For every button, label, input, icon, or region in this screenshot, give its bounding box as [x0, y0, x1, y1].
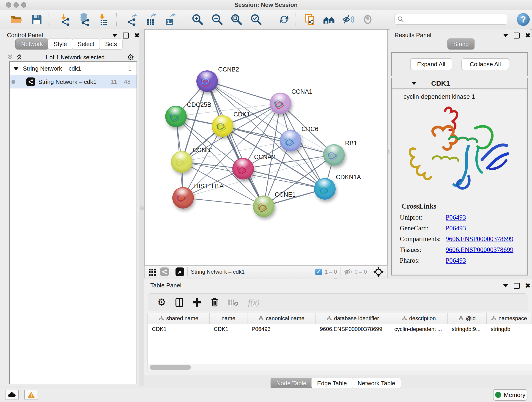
- panel-menu-icon[interactable]: [112, 34, 117, 37]
- expand-all-button[interactable]: Expand All: [410, 58, 452, 70]
- node-HIST1H1A[interactable]: [172, 187, 194, 209]
- column-header[interactable]: namespace: [487, 313, 532, 324]
- column-header[interactable]: description: [390, 313, 448, 324]
- panel-menu-icon[interactable]: [503, 284, 508, 287]
- node-RB1[interactable]: [323, 144, 345, 166]
- panel-float-icon[interactable]: [514, 32, 520, 38]
- tab-string[interactable]: String: [447, 38, 475, 50]
- table-hscrollbar[interactable]: [147, 364, 532, 371]
- node-CDC25B[interactable]: [165, 106, 187, 127]
- export-image-button[interactable]: [163, 13, 176, 26]
- birdseye-view-icon[interactable]: [176, 268, 184, 276]
- column-header[interactable]: shared name: [148, 313, 210, 324]
- fit-content-icon[interactable]: [373, 267, 384, 277]
- collapse-all-icon[interactable]: [7, 54, 13, 61]
- column-header[interactable]: @id: [448, 313, 487, 324]
- scrollbar-thumb[interactable]: [150, 365, 191, 370]
- table-cell[interactable]: cyclin-dependent ...: [390, 324, 448, 334]
- tab-network-table[interactable]: Network Table: [352, 378, 401, 389]
- section-collapse-icon[interactable]: [412, 82, 417, 85]
- panel-close-icon[interactable]: ✖: [525, 33, 530, 38]
- node-CDKN1A[interactable]: [314, 178, 336, 200]
- collection-expand-icon[interactable]: [13, 67, 19, 70]
- crosslink-link[interactable]: 9606.ENSP00000378699: [446, 246, 513, 253]
- import-network-database-button[interactable]: [78, 13, 91, 26]
- tab-network[interactable]: Network: [15, 38, 49, 50]
- import-network-file-button[interactable]: [59, 13, 71, 26]
- panel-float-icon[interactable]: [514, 283, 520, 289]
- export-network-button[interactable]: [125, 13, 138, 26]
- panel-float-icon[interactable]: [123, 32, 129, 38]
- gear-icon[interactable]: ⚙: [127, 54, 134, 61]
- show-columns-icon[interactable]: [175, 298, 184, 307]
- sphere-gloss: [326, 145, 340, 155]
- results-node-section: CDK1 cyclin-dependent kinase 1: [391, 78, 528, 275]
- open-session-button[interactable]: [10, 13, 23, 26]
- selected-checkbox-icon[interactable]: ✓: [315, 269, 322, 275]
- column-header[interactable]: canonical name: [247, 313, 316, 324]
- warnings-button[interactable]: [24, 390, 38, 400]
- show-all-button-disabled[interactable]: [362, 13, 375, 26]
- add-column-icon[interactable]: [193, 298, 201, 307]
- first-neighbors-button[interactable]: [323, 13, 336, 26]
- node-CCNA2[interactable]: [232, 158, 254, 179]
- import-table-button[interactable]: [97, 13, 110, 26]
- delete-column-icon[interactable]: [210, 298, 219, 307]
- collapse-all-button[interactable]: Collapse All: [462, 58, 509, 70]
- column-header[interactable]: name: [210, 313, 247, 324]
- table-settings-gear-icon[interactable]: ⚙: [157, 298, 166, 307]
- node-CCNE1[interactable]: [253, 196, 274, 217]
- cloud-status-button[interactable]: [5, 390, 19, 400]
- table-cell[interactable]: CDK1: [148, 324, 210, 334]
- zoom-fit-button[interactable]: [230, 13, 243, 26]
- tab-style[interactable]: Style: [48, 38, 73, 50]
- zoom-out-button[interactable]: [211, 13, 224, 26]
- network-row-selected[interactable]: String Network – cdk1 11 48: [10, 75, 137, 89]
- network-view[interactable]: CCNB2CCNA1CDC25BCDK1CDC6RB1CCNB1CCNA2CDK…: [144, 29, 388, 265]
- network-collection-row[interactable]: String Network – cdk1 1: [10, 62, 137, 75]
- crosslink-link[interactable]: P06493: [446, 257, 466, 264]
- column-header[interactable]: database identifier: [316, 313, 390, 324]
- table-cell[interactable]: stringdb:9...: [448, 324, 487, 334]
- node-CDK1[interactable]: [212, 115, 233, 137]
- panel-menu-icon[interactable]: [503, 34, 508, 37]
- node-CCNB2[interactable]: [196, 70, 218, 92]
- edge[interactable]: [183, 198, 264, 206]
- grid-view-icon[interactable]: [148, 267, 157, 276]
- edge[interactable]: [207, 81, 280, 103]
- splitter-handle[interactable]: [140, 206, 144, 210]
- memory-button[interactable]: Memory: [493, 389, 527, 401]
- tab-edge-table[interactable]: Edge Table: [311, 378, 353, 389]
- tab-select[interactable]: Select: [72, 38, 100, 50]
- crosslink-link[interactable]: P06493: [446, 224, 466, 232]
- panel-close-icon[interactable]: ✖: [525, 283, 530, 288]
- string-view-icon[interactable]: [160, 268, 169, 276]
- crosslink-link[interactable]: 9606.ENSP00000378699: [446, 235, 513, 242]
- help-button[interactable]: ?: [517, 13, 530, 26]
- expand-all-icon[interactable]: [16, 54, 22, 61]
- zoom-in-button[interactable]: [191, 13, 204, 26]
- table-cell[interactable]: P06493: [247, 324, 316, 334]
- node-section-header[interactable]: CDK1: [392, 78, 527, 89]
- tab-sets[interactable]: Sets: [99, 38, 123, 50]
- node-CDC6[interactable]: [280, 130, 301, 152]
- export-table-button[interactable]: [144, 13, 157, 26]
- tab-node-table[interactable]: Node Table: [271, 378, 312, 389]
- sphere-gloss: [235, 159, 249, 168]
- crosslink-link[interactable]: P06493: [446, 214, 466, 221]
- table-cell[interactable]: CDK1: [210, 324, 247, 334]
- crosslink-row: GeneCard: P06493: [400, 224, 526, 232]
- search-input[interactable]: [406, 16, 507, 23]
- node-CCNA1[interactable]: [270, 93, 291, 114]
- panel-close-icon[interactable]: ✖: [134, 33, 139, 38]
- search-field[interactable]: [394, 14, 507, 25]
- clone-network-button[interactable]: [303, 13, 316, 26]
- table-cell[interactable]: 9606.ENSP00000378699: [316, 324, 390, 334]
- save-session-button[interactable]: [30, 13, 43, 26]
- node-CCNB1[interactable]: [171, 151, 192, 172]
- table-row[interactable]: CDK1CDK1P064939606.ENSP00000378699cyclin…: [148, 324, 532, 334]
- hide-selected-button[interactable]: [342, 13, 355, 26]
- apply-layout-button[interactable]: [278, 13, 291, 26]
- table-cell[interactable]: stringdb: [487, 324, 532, 334]
- zoom-selected-button[interactable]: [250, 13, 263, 26]
